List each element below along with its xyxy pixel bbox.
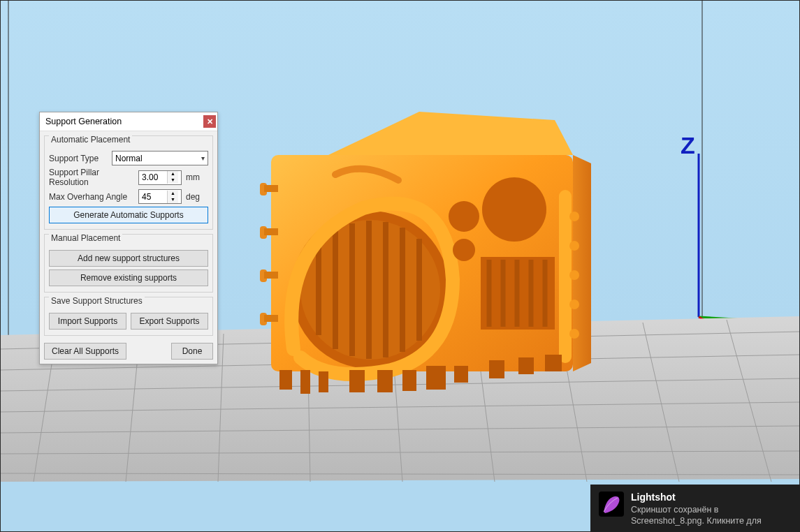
- group-title-auto: Automatic Placement: [49, 135, 132, 145]
- svg-point-43: [449, 201, 479, 232]
- remove-support-button[interactable]: Remove existing supports: [49, 269, 208, 286]
- close-icon[interactable]: ✕: [203, 115, 216, 128]
- support-generation-dialog[interactable]: Support Generation ✕ Automatic Placement…: [39, 112, 218, 364]
- generate-supports-button[interactable]: Generate Automatic Supports: [49, 207, 208, 223]
- overhang-unit: deg: [186, 192, 200, 202]
- model-3d[interactable]: [260, 112, 591, 394]
- svg-rect-67: [545, 355, 562, 371]
- svg-rect-59: [319, 371, 328, 392]
- toast-body: Скриншот сохранён в Screenshot_8.png. Кл…: [631, 504, 790, 527]
- svg-point-56: [569, 329, 579, 339]
- export-supports-button[interactable]: Export Supports: [131, 313, 208, 330]
- svg-marker-24: [328, 112, 573, 155]
- pillar-resolution-field[interactable]: [139, 172, 167, 182]
- overhang-input[interactable]: ▲ ▼: [138, 189, 182, 204]
- svg-rect-64: [454, 366, 468, 383]
- svg-point-42: [482, 177, 546, 242]
- done-button[interactable]: Done: [171, 343, 213, 360]
- svg-point-55: [569, 300, 579, 309]
- automatic-placement-group: Automatic Placement Support Type Normal …: [44, 135, 213, 230]
- toast-title: Lightshot: [631, 492, 790, 503]
- axis-z-label: Z: [681, 132, 695, 158]
- svg-point-53: [569, 241, 579, 251]
- lightshot-icon: [599, 492, 624, 517]
- support-type-label: Support Type: [49, 154, 112, 163]
- pillar-resolution-input[interactable]: ▲ ▼: [138, 170, 182, 185]
- svg-rect-61: [377, 370, 393, 392]
- support-type-value: Normal: [115, 154, 143, 163]
- group-title-manual: Manual Placement: [49, 233, 122, 243]
- svg-point-52: [569, 212, 579, 221]
- clear-supports-button[interactable]: Clear All Supports: [44, 343, 126, 360]
- svg-rect-63: [426, 366, 446, 390]
- svg-point-54: [569, 270, 579, 280]
- svg-rect-58: [300, 370, 310, 394]
- svg-rect-65: [489, 360, 504, 378]
- overhang-field[interactable]: [139, 192, 167, 202]
- spin-up-icon[interactable]: ▲: [167, 171, 178, 177]
- overhang-label: Max Overhang Angle: [49, 192, 138, 202]
- dialog-titlebar[interactable]: Support Generation ✕: [40, 112, 217, 131]
- svg-rect-60: [349, 370, 365, 392]
- save-supports-group: Save Support Structures Import Supports …: [44, 297, 213, 336]
- spin-down-icon[interactable]: ▼: [167, 197, 178, 203]
- svg-rect-62: [402, 370, 416, 391]
- manual-placement-group: Manual Placement Add new support structu…: [44, 234, 213, 293]
- pillar-resolution-label: Support Pillar Resolution: [49, 168, 138, 187]
- support-type-select[interactable]: Normal: [112, 151, 208, 165]
- spin-down-icon[interactable]: ▼: [167, 177, 178, 184]
- dialog-title: Support Generation: [45, 117, 122, 126]
- import-supports-button[interactable]: Import Supports: [49, 313, 126, 330]
- svg-rect-57: [279, 370, 292, 390]
- svg-rect-66: [518, 357, 534, 374]
- pillar-resolution-unit: mm: [186, 172, 200, 182]
- svg-point-44: [453, 239, 475, 261]
- notification-toast[interactable]: Lightshot Скриншот сохранён в Screenshot…: [590, 485, 800, 533]
- svg-marker-22: [573, 155, 591, 371]
- spin-up-icon[interactable]: ▲: [167, 191, 178, 197]
- group-title-save: Save Support Structures: [49, 296, 145, 306]
- add-support-button[interactable]: Add new support structures: [49, 250, 208, 267]
